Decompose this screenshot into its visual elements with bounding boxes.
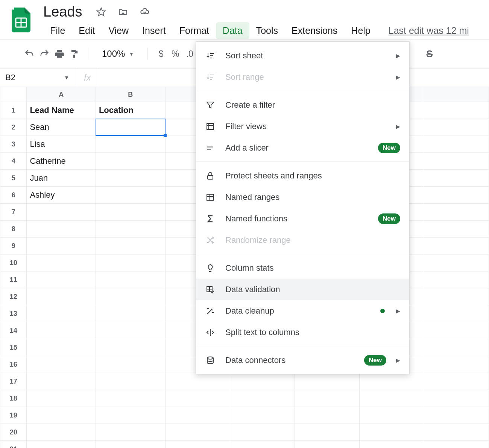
cell[interactable] bbox=[96, 407, 165, 424]
row-header[interactable]: 9 bbox=[0, 238, 27, 254]
cell[interactable] bbox=[27, 390, 96, 407]
cell[interactable] bbox=[424, 102, 489, 119]
strikethrough-button[interactable]: S bbox=[423, 46, 436, 62]
sheets-logo[interactable] bbox=[11, 7, 31, 33]
cell[interactable] bbox=[27, 441, 96, 448]
row-header[interactable]: 12 bbox=[0, 288, 27, 305]
move-icon[interactable] bbox=[118, 7, 128, 17]
currency-button[interactable]: $ bbox=[155, 49, 167, 59]
cell[interactable] bbox=[424, 339, 489, 356]
cell[interactable] bbox=[27, 254, 96, 271]
menu-item-split-text-to-columns[interactable]: Split text to columns bbox=[196, 322, 409, 343]
row-header[interactable]: 7 bbox=[0, 204, 27, 221]
cell[interactable] bbox=[27, 373, 96, 390]
last-edit-link[interactable]: Last edit was 12 mi bbox=[389, 25, 469, 36]
menu-data[interactable]: Data bbox=[216, 22, 249, 39]
menu-item-filter-views[interactable]: Filter views▶ bbox=[196, 116, 409, 137]
cell[interactable] bbox=[96, 441, 165, 448]
cell[interactable] bbox=[424, 288, 489, 305]
menu-item-data-cleanup[interactable]: Data cleanup▶ bbox=[196, 300, 409, 322]
cell[interactable] bbox=[359, 407, 424, 424]
row-header[interactable]: 6 bbox=[0, 187, 27, 204]
cell[interactable] bbox=[424, 221, 489, 238]
cell[interactable] bbox=[295, 407, 359, 424]
col-header[interactable]: B bbox=[96, 87, 165, 102]
cell[interactable] bbox=[424, 305, 489, 322]
menu-item-named-ranges[interactable]: Named ranges bbox=[196, 186, 409, 208]
menu-item-create-a-filter[interactable]: Create a filter bbox=[196, 94, 409, 116]
cell[interactable] bbox=[27, 305, 96, 322]
cell[interactable] bbox=[165, 424, 230, 441]
doc-title[interactable]: Leads bbox=[43, 4, 82, 20]
cell[interactable] bbox=[295, 390, 359, 407]
cell[interactable] bbox=[96, 170, 165, 187]
cell[interactable] bbox=[424, 441, 489, 448]
menu-item-column-stats[interactable]: Column stats bbox=[196, 257, 409, 279]
menu-extensions[interactable]: Extensions bbox=[285, 22, 344, 39]
print-button[interactable] bbox=[53, 46, 66, 62]
zoom-selector[interactable]: 100%▼ bbox=[95, 49, 141, 59]
cell[interactable]: Lead Name bbox=[27, 102, 96, 119]
cell[interactable] bbox=[96, 187, 165, 204]
row-header[interactable]: 15 bbox=[0, 339, 27, 356]
cell[interactable] bbox=[424, 271, 489, 288]
cell[interactable] bbox=[424, 136, 489, 153]
undo-button[interactable] bbox=[23, 46, 36, 62]
cell[interactable] bbox=[27, 238, 96, 254]
cell[interactable] bbox=[359, 441, 424, 448]
cloud-icon[interactable] bbox=[140, 7, 150, 17]
cell[interactable] bbox=[424, 153, 489, 170]
cell[interactable] bbox=[424, 322, 489, 339]
cell[interactable] bbox=[165, 390, 230, 407]
row-header[interactable]: 5 bbox=[0, 170, 27, 187]
cell[interactable] bbox=[424, 390, 489, 407]
cell[interactable] bbox=[295, 373, 359, 390]
row-header[interactable]: 18 bbox=[0, 390, 27, 407]
cell[interactable] bbox=[27, 221, 96, 238]
menu-item-sort-sheet[interactable]: Sort sheet▶ bbox=[196, 45, 409, 66]
menu-insert[interactable]: Insert bbox=[135, 22, 173, 39]
cell[interactable] bbox=[230, 390, 295, 407]
cell[interactable] bbox=[230, 407, 295, 424]
cell[interactable] bbox=[96, 221, 165, 238]
row-header[interactable]: 2 bbox=[0, 119, 27, 136]
cell[interactable] bbox=[230, 424, 295, 441]
row-header[interactable]: 10 bbox=[0, 254, 27, 271]
col-header[interactable]: A bbox=[27, 87, 96, 102]
row-header[interactable]: 4 bbox=[0, 153, 27, 170]
cell[interactable] bbox=[96, 119, 165, 136]
cell[interactable] bbox=[96, 153, 165, 170]
cell[interactable] bbox=[359, 424, 424, 441]
row-header[interactable]: 21 bbox=[0, 441, 27, 448]
cell[interactable] bbox=[96, 356, 165, 373]
row-header[interactable]: 8 bbox=[0, 221, 27, 238]
percent-button[interactable]: % bbox=[169, 49, 182, 59]
cell[interactable] bbox=[96, 305, 165, 322]
cell[interactable]: Ashley bbox=[27, 187, 96, 204]
row-header[interactable]: 16 bbox=[0, 356, 27, 373]
row-header[interactable]: 17 bbox=[0, 373, 27, 390]
col-header[interactable] bbox=[424, 87, 489, 102]
cell[interactable] bbox=[96, 390, 165, 407]
cell[interactable] bbox=[424, 187, 489, 204]
cell[interactable] bbox=[424, 238, 489, 254]
cell[interactable] bbox=[165, 441, 230, 448]
menu-item-protect-sheets-and-ranges[interactable]: Protect sheets and ranges bbox=[196, 165, 409, 186]
menu-help[interactable]: Help bbox=[344, 22, 377, 39]
menu-file[interactable]: File bbox=[43, 22, 72, 39]
cell[interactable] bbox=[424, 407, 489, 424]
cell[interactable]: Location bbox=[96, 102, 165, 119]
cell[interactable] bbox=[359, 390, 424, 407]
cell[interactable] bbox=[27, 356, 96, 373]
menu-edit[interactable]: Edit bbox=[72, 22, 102, 39]
row-header[interactable]: 3 bbox=[0, 136, 27, 153]
cell[interactable] bbox=[96, 204, 165, 221]
cell[interactable] bbox=[96, 424, 165, 441]
cell[interactable] bbox=[424, 170, 489, 187]
row-header[interactable]: 13 bbox=[0, 305, 27, 322]
cell[interactable] bbox=[96, 136, 165, 153]
cell[interactable] bbox=[230, 373, 295, 390]
cell[interactable]: Juan bbox=[27, 170, 96, 187]
menu-item-add-a-slicer[interactable]: Add a slicerNew bbox=[196, 137, 409, 158]
cell[interactable] bbox=[359, 373, 424, 390]
